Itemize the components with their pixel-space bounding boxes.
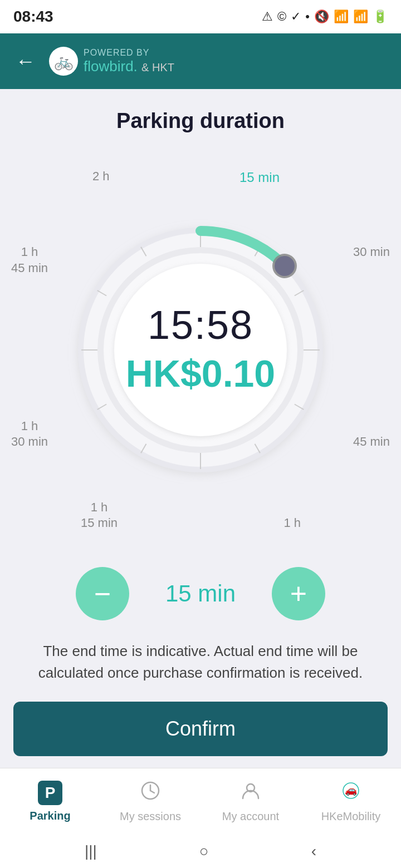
svg-point-17 (275, 256, 295, 276)
page-title: Parking duration (0, 89, 401, 144)
warning-icon: ⚠ (262, 9, 273, 24)
dial-price: HK$0.10 (126, 352, 275, 395)
dot-icon: • (305, 9, 310, 24)
bottom-nav: P Parking My sessions My account 🚗 (0, 768, 401, 835)
android-menu-icon[interactable]: ||| (85, 842, 97, 860)
status-bar: 08:43 ⚠ © ✓ • 🔇 📶 📶 🔋 (0, 0, 401, 33)
logo-area: 🚲 POWERED BY flowbird. & HKT (49, 47, 174, 76)
dial-wheel[interactable]: 15:58 HK$0.10 (67, 216, 334, 484)
powered-by-label: POWERED BY (84, 48, 174, 58)
hke-icon: 🚗 (341, 781, 361, 806)
label-1h15: 1 h15 min (81, 500, 118, 531)
status-icons: ⚠ © ✓ • 🔇 📶 📶 🔋 (262, 9, 388, 24)
back-button[interactable]: ← (16, 51, 36, 71)
label-30min: 30 min (353, 244, 390, 260)
logo-text: POWERED BY flowbird. & HKT (84, 48, 174, 75)
selected-duration: 15 min (156, 580, 245, 607)
check-icon: ✓ (291, 9, 301, 24)
dial-container[interactable]: 2 h 15 min 30 min 45 min 1 h 1 h15 min 1… (0, 144, 401, 556)
brand-suffix: & HKT (141, 61, 174, 73)
parking-icon: P (38, 781, 62, 805)
nav-item-my-sessions[interactable]: My sessions (100, 768, 200, 835)
wifi-icon: 📶 (334, 9, 349, 24)
account-icon (241, 781, 261, 806)
label-1h45: 1 h45 min (11, 244, 48, 276)
label-15min: 15 min (239, 169, 280, 186)
label-45min: 45 min (353, 434, 390, 450)
nav-item-my-account[interactable]: My account (200, 768, 301, 835)
brand-name: flowbird. & HKT (84, 58, 174, 75)
nav-label-account: My account (222, 810, 279, 823)
disclaimer-text: The end time is indicative. Actual end t… (0, 636, 401, 702)
controls-row: − 15 min + (0, 556, 401, 636)
android-nav: ||| ○ ‹ (0, 835, 401, 868)
confirm-button[interactable]: Confirm (13, 702, 388, 756)
label-1h30: 1 h30 min (11, 418, 48, 450)
nav-item-parking[interactable]: P Parking (0, 768, 100, 835)
mute-icon: 🔇 (314, 9, 329, 24)
main-content: Parking duration 2 h 15 min 30 min 45 mi… (0, 89, 401, 867)
nav-label-parking: Parking (30, 810, 70, 822)
dial-time: 15:58 (126, 305, 275, 345)
increase-button[interactable]: + (272, 567, 325, 620)
svg-line-21 (150, 791, 154, 793)
label-2h: 2 h (92, 169, 110, 185)
dial-center: 15:58 HK$0.10 (126, 305, 275, 395)
battery-icon: 🔋 (373, 9, 388, 24)
nav-item-hke[interactable]: 🚗 HKeMobility (301, 768, 401, 835)
android-back-icon[interactable]: ‹ (311, 842, 316, 860)
nav-label-sessions: My sessions (120, 810, 181, 823)
decrease-button[interactable]: − (76, 567, 129, 620)
sessions-icon (140, 781, 160, 806)
app-header: ← 🚲 POWERED BY flowbird. & HKT (0, 33, 401, 89)
android-home-icon[interactable]: ○ (199, 842, 209, 860)
sim-icon: © (277, 9, 286, 24)
nav-label-hke: HKeMobility (321, 810, 381, 823)
status-time: 08:43 (13, 8, 53, 26)
label-1h: 1 h (283, 515, 301, 531)
signal-icon: 📶 (353, 9, 368, 24)
logo-icon: 🚲 (49, 47, 78, 76)
svg-text:🚗: 🚗 (345, 784, 358, 796)
